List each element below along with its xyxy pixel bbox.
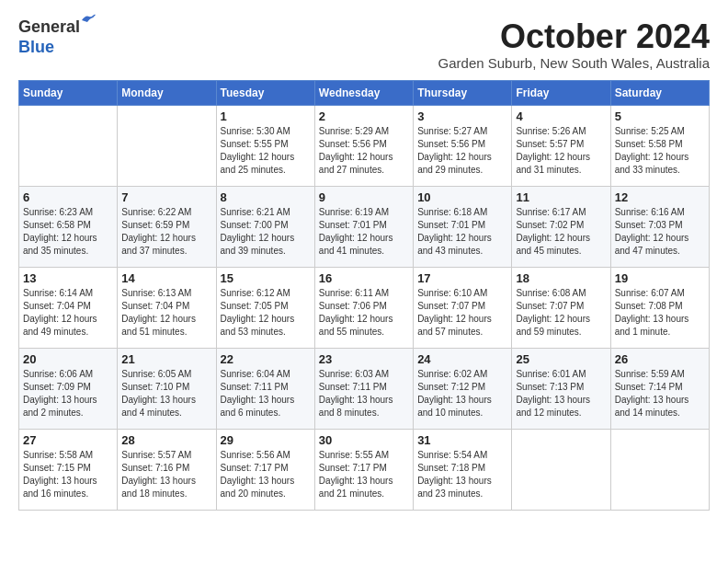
calendar-cell: 4Sunrise: 5:26 AM Sunset: 5:57 PM Daylig… [512,105,610,186]
calendar-cell: 6Sunrise: 6:23 AM Sunset: 6:58 PM Daylig… [19,186,118,267]
day-info: Sunrise: 6:03 AM Sunset: 7:11 PM Dayligh… [319,368,409,419]
day-info: Sunrise: 5:57 AM Sunset: 7:16 PM Dayligh… [121,449,211,500]
day-number: 15 [221,271,311,285]
logo-general: General [18,17,80,36]
calendar-cell: 31Sunrise: 5:54 AM Sunset: 7:18 PM Dayli… [414,429,512,510]
weekday-header-wednesday: Wednesday [314,80,413,105]
calendar-cell [19,105,118,186]
calendar-cell [512,429,610,510]
calendar-cell: 20Sunrise: 6:06 AM Sunset: 7:09 PM Dayli… [19,348,118,429]
day-number: 1 [221,109,311,123]
day-number: 3 [417,109,507,123]
day-info: Sunrise: 6:19 AM Sunset: 7:01 PM Dayligh… [319,206,409,258]
calendar-cell: 16Sunrise: 6:11 AM Sunset: 7:06 PM Dayli… [314,267,413,348]
calendar-cell: 19Sunrise: 6:07 AM Sunset: 7:08 PM Dayli… [610,267,709,348]
day-number: 10 [417,190,507,204]
calendar-cell: 17Sunrise: 6:10 AM Sunset: 7:07 PM Dayli… [414,267,512,348]
day-info: Sunrise: 6:13 AM Sunset: 7:04 PM Dayligh… [121,287,211,339]
day-number: 19 [615,271,705,285]
calendar-cell: 10Sunrise: 6:18 AM Sunset: 7:01 PM Dayli… [414,186,512,267]
day-info: Sunrise: 6:11 AM Sunset: 7:06 PM Dayligh… [319,287,409,339]
day-info: Sunrise: 6:05 AM Sunset: 7:10 PM Dayligh… [121,368,211,419]
day-number: 11 [516,190,606,204]
day-number: 31 [417,433,507,447]
calendar-cell: 24Sunrise: 6:02 AM Sunset: 7:12 PM Dayli… [414,348,512,429]
day-number: 8 [221,190,311,204]
day-number: 25 [516,352,606,366]
calendar-week-row: 13Sunrise: 6:14 AM Sunset: 7:04 PM Dayli… [19,267,710,348]
calendar-week-row: 6Sunrise: 6:23 AM Sunset: 6:58 PM Daylig… [19,186,710,267]
day-info: Sunrise: 5:56 AM Sunset: 7:17 PM Dayligh… [221,449,311,500]
day-info: Sunrise: 6:21 AM Sunset: 7:00 PM Dayligh… [221,206,311,258]
calendar-cell: 8Sunrise: 6:21 AM Sunset: 7:00 PM Daylig… [216,186,314,267]
logo-blue: Blue [18,39,54,57]
calendar-cell: 15Sunrise: 6:12 AM Sunset: 7:05 PM Dayli… [216,267,314,348]
page-header: General Blue October 2024 Garden Suburb,… [18,18,710,71]
day-info: Sunrise: 5:54 AM Sunset: 7:18 PM Dayligh… [417,449,507,500]
day-info: Sunrise: 6:22 AM Sunset: 6:59 PM Dayligh… [121,206,211,258]
weekday-header-tuesday: Tuesday [216,80,314,105]
day-number: 17 [417,271,507,285]
day-number: 22 [221,352,311,366]
day-info: Sunrise: 5:59 AM Sunset: 7:14 PM Dayligh… [615,368,705,419]
day-info: Sunrise: 6:16 AM Sunset: 7:03 PM Dayligh… [615,206,705,258]
calendar-cell: 29Sunrise: 5:56 AM Sunset: 7:17 PM Dayli… [216,429,314,510]
day-number: 21 [121,352,211,366]
calendar-cell: 13Sunrise: 6:14 AM Sunset: 7:04 PM Dayli… [19,267,118,348]
day-number: 26 [615,352,705,366]
calendar-cell: 25Sunrise: 6:01 AM Sunset: 7:13 PM Dayli… [512,348,610,429]
day-number: 9 [319,190,409,204]
day-info: Sunrise: 6:12 AM Sunset: 7:05 PM Dayligh… [221,287,311,339]
day-info: Sunrise: 5:29 AM Sunset: 5:56 PM Dayligh… [319,125,409,177]
calendar-cell: 30Sunrise: 5:55 AM Sunset: 7:17 PM Dayli… [314,429,413,510]
calendar-cell: 9Sunrise: 6:19 AM Sunset: 7:01 PM Daylig… [314,186,413,267]
day-info: Sunrise: 6:23 AM Sunset: 6:58 PM Dayligh… [23,206,113,258]
calendar-week-row: 1Sunrise: 5:30 AM Sunset: 5:55 PM Daylig… [19,105,710,186]
day-info: Sunrise: 6:18 AM Sunset: 7:01 PM Dayligh… [417,206,507,258]
calendar-cell: 22Sunrise: 6:04 AM Sunset: 7:11 PM Dayli… [216,348,314,429]
calendar-cell: 11Sunrise: 6:17 AM Sunset: 7:02 PM Dayli… [512,186,610,267]
month-title: October 2024 [438,18,710,55]
day-number: 20 [23,352,113,366]
weekday-header-row: SundayMondayTuesdayWednesdayThursdayFrid… [19,80,710,105]
logo: General Blue [18,18,80,57]
day-number: 6 [23,190,113,204]
day-info: Sunrise: 6:07 AM Sunset: 7:08 PM Dayligh… [615,287,705,339]
weekday-header-sunday: Sunday [19,80,118,105]
calendar-cell [610,429,709,510]
day-number: 2 [319,109,409,123]
day-info: Sunrise: 5:25 AM Sunset: 5:58 PM Dayligh… [615,125,705,177]
day-number: 4 [516,109,606,123]
day-number: 18 [516,271,606,285]
calendar-cell: 28Sunrise: 5:57 AM Sunset: 7:16 PM Dayli… [118,429,216,510]
bird-icon [80,13,97,26]
weekday-header-friday: Friday [512,80,610,105]
calendar-cell: 27Sunrise: 5:58 AM Sunset: 7:15 PM Dayli… [19,429,118,510]
calendar-cell [118,105,216,186]
day-number: 13 [23,271,113,285]
day-number: 29 [221,433,311,447]
day-number: 12 [615,190,705,204]
calendar-cell: 5Sunrise: 5:25 AM Sunset: 5:58 PM Daylig… [610,105,709,186]
weekday-header-monday: Monday [118,80,216,105]
day-number: 24 [417,352,507,366]
day-number: 23 [319,352,409,366]
calendar-cell: 21Sunrise: 6:05 AM Sunset: 7:10 PM Dayli… [118,348,216,429]
weekday-header-saturday: Saturday [610,80,709,105]
calendar-cell: 7Sunrise: 6:22 AM Sunset: 6:59 PM Daylig… [118,186,216,267]
day-info: Sunrise: 6:02 AM Sunset: 7:12 PM Dayligh… [417,368,507,419]
day-info: Sunrise: 6:14 AM Sunset: 7:04 PM Dayligh… [23,287,113,339]
day-number: 14 [121,271,211,285]
calendar-cell: 3Sunrise: 5:27 AM Sunset: 5:56 PM Daylig… [414,105,512,186]
day-info: Sunrise: 5:27 AM Sunset: 5:56 PM Dayligh… [417,125,507,177]
day-number: 7 [121,190,211,204]
day-number: 5 [615,109,705,123]
calendar-cell: 2Sunrise: 5:29 AM Sunset: 5:56 PM Daylig… [314,105,413,186]
day-info: Sunrise: 5:55 AM Sunset: 7:17 PM Dayligh… [319,449,409,500]
day-info: Sunrise: 5:58 AM Sunset: 7:15 PM Dayligh… [23,449,113,500]
calendar-table: SundayMondayTuesdayWednesdayThursdayFrid… [18,80,710,511]
calendar-week-row: 27Sunrise: 5:58 AM Sunset: 7:15 PM Dayli… [19,429,710,510]
day-number: 30 [319,433,409,447]
title-area: October 2024 Garden Suburb, New South Wa… [438,18,710,71]
day-number: 16 [319,271,409,285]
